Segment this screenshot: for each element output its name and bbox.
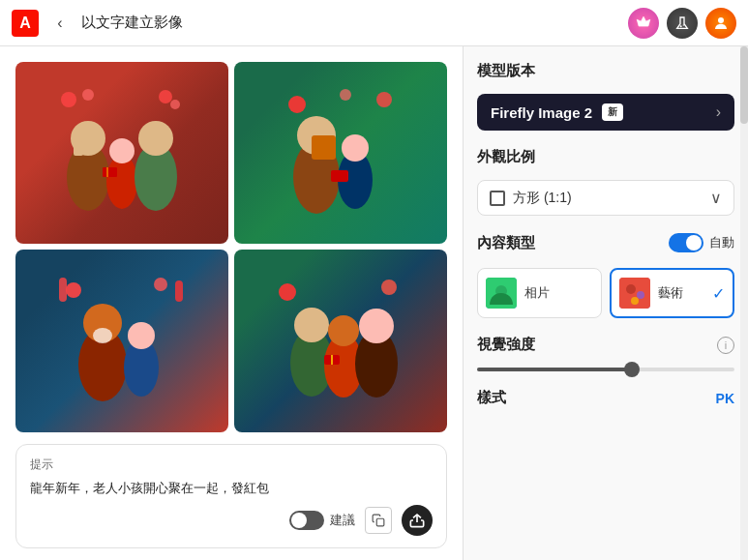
auto-label: 自動 — [709, 234, 734, 251]
model-version-section: 模型版本 Firefly Image 2 新 › — [477, 62, 734, 131]
prompt-text: 龍年新年，老人小孩開心聚在一起，發紅包 — [30, 479, 433, 498]
model-version-button[interactable]: Firefly Image 2 新 › — [477, 94, 734, 131]
share-button[interactable] — [402, 505, 433, 536]
info-icon[interactable]: i — [717, 337, 734, 354]
prompt-label: 提示 — [30, 457, 433, 473]
svg-point-29 — [93, 328, 112, 343]
content-type-header: 內容類型 自動 — [477, 233, 734, 252]
svg-rect-32 — [59, 278, 67, 302]
svg-point-4 — [82, 89, 94, 101]
page-title: 以文字建立影像 — [81, 14, 618, 32]
auto-toggle-row: 自動 — [669, 233, 734, 252]
svg-point-49 — [637, 291, 644, 299]
visual-strength-label: 視覺強度 — [477, 336, 535, 354]
prompt-footer: 建議 — [30, 505, 433, 536]
visual-strength-header: 視覺強度 i — [477, 336, 734, 354]
svg-point-31 — [128, 322, 155, 349]
generated-image-4[interactable] — [234, 250, 447, 431]
copy-button[interactable] — [365, 507, 392, 534]
svg-point-34 — [279, 283, 296, 301]
back-button[interactable]: ‹ — [48, 12, 72, 35]
auto-toggle-knob — [686, 235, 702, 251]
svg-point-23 — [342, 134, 369, 162]
avatar-icon-button[interactable] — [705, 8, 736, 39]
slider-thumb[interactable] — [624, 362, 640, 377]
chevron-right-icon: › — [716, 103, 721, 121]
suggestion-toggle-row: 建議 — [289, 511, 355, 530]
art-label: 藝術 — [658, 284, 683, 302]
image-grid — [15, 62, 447, 432]
square-icon — [490, 191, 505, 206]
content-type-photo[interactable]: 相片 — [477, 268, 602, 318]
model-version-label: 模型版本 — [477, 62, 734, 80]
visual-strength-section: 視覺強度 i — [477, 336, 734, 371]
style-header: 樣式 PK — [477, 389, 734, 407]
svg-point-17 — [376, 92, 392, 107]
visual-strength-slider[interactable] — [477, 368, 734, 371]
slider-fill — [477, 368, 632, 371]
content-type-label: 內容類型 — [477, 234, 535, 252]
chevron-down-icon: ∨ — [710, 189, 722, 207]
aspect-ratio-select[interactable]: 方形 (1:1) ∨ — [477, 180, 734, 216]
svg-rect-44 — [376, 518, 384, 526]
generated-image-1[interactable] — [15, 62, 228, 244]
style-pk-button[interactable]: PK — [716, 391, 734, 406]
svg-point-25 — [66, 282, 81, 298]
svg-point-6 — [170, 100, 180, 109]
generated-image-2[interactable] — [234, 62, 447, 244]
svg-point-3 — [61, 92, 76, 107]
check-icon: ✓ — [712, 284, 725, 303]
header: A ‹ 以文字建立影像 — [0, 0, 748, 46]
svg-point-11 — [109, 138, 135, 163]
aspect-ratio-section: 外觀比例 方形 (1:1) ∨ — [477, 148, 734, 216]
model-btn-left: Firefly Image 2 新 — [491, 103, 623, 121]
svg-point-16 — [288, 96, 306, 113]
art-thumb — [619, 278, 650, 309]
flask-icon-button[interactable] — [667, 8, 698, 39]
style-label: 樣式 — [477, 389, 506, 407]
main-content: 提示 龍年新年，老人小孩開心聚在一起，發紅包 建議 — [0, 46, 748, 560]
aspect-ratio-label: 外觀比例 — [477, 148, 734, 166]
svg-point-35 — [381, 280, 397, 295]
svg-rect-33 — [175, 280, 183, 302]
svg-point-39 — [328, 315, 359, 346]
svg-point-1 — [683, 24, 684, 25]
crown-icon-button[interactable] — [628, 8, 659, 39]
svg-rect-14 — [103, 167, 117, 177]
svg-point-2 — [718, 17, 724, 23]
svg-point-26 — [154, 278, 167, 291]
photo-thumb — [486, 278, 517, 309]
svg-point-0 — [680, 25, 682, 27]
prompt-box: 提示 龍年新年，老人小孩開心聚在一起，發紅包 建議 — [15, 444, 447, 549]
app-container: A ‹ 以文字建立影像 — [0, 0, 748, 560]
left-panel: 提示 龍年新年，老人小孩開心聚在一起，發紅包 建議 — [0, 46, 463, 560]
content-type-art[interactable]: 藝術 ✓ — [610, 268, 734, 318]
svg-point-50 — [631, 297, 639, 305]
content-type-options: 相片 藝術 ✓ — [477, 268, 734, 318]
header-icons — [628, 8, 736, 39]
right-panel: 模型版本 Firefly Image 2 新 › 外觀比例 方形 (1:1) ∨ — [463, 46, 748, 560]
model-badge: 新 — [602, 103, 623, 121]
scrollbar-track — [740, 46, 748, 560]
svg-rect-21 — [312, 135, 336, 160]
svg-point-37 — [294, 308, 329, 342]
svg-point-41 — [359, 309, 394, 343]
svg-point-13 — [138, 121, 173, 156]
aspect-ratio-value: 方形 (1:1) — [513, 190, 572, 207]
content-type-section: 內容類型 自動 — [477, 233, 734, 318]
toggle-knob — [291, 513, 307, 528]
svg-point-48 — [626, 284, 636, 294]
svg-point-5 — [159, 90, 172, 103]
adobe-logo: A — [12, 10, 39, 37]
auto-toggle[interactable] — [669, 233, 703, 252]
svg-point-18 — [340, 89, 351, 101]
photo-label: 相片 — [524, 284, 550, 302]
svg-rect-9 — [74, 141, 83, 156]
suggestion-toggle[interactable] — [289, 511, 324, 530]
svg-rect-24 — [331, 170, 348, 182]
scrollbar-thumb[interactable] — [740, 46, 748, 124]
generated-image-3[interactable] — [15, 250, 228, 431]
style-section: 樣式 PK — [477, 389, 734, 407]
suggestion-label: 建議 — [330, 512, 355, 529]
model-name: Firefly Image 2 — [491, 104, 592, 121]
